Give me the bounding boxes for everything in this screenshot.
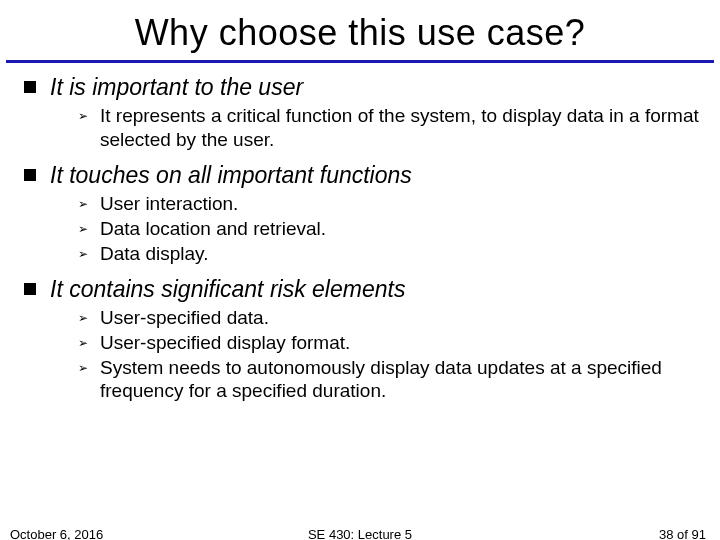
sub-item-text: It represents a critical function of the… — [100, 104, 700, 152]
bullet-section-3: It contains significant risk elements — [24, 275, 700, 304]
title-text: Why choose this use case? — [135, 12, 586, 53]
list-item: ➢ System needs to autonomously display d… — [78, 356, 700, 404]
list-item: ➢ User-specified display format. — [78, 331, 700, 355]
bullet-section-1: It is important to the user — [24, 73, 700, 102]
list-item: ➢ It represents a critical function of t… — [78, 104, 700, 152]
sub-item-text: User interaction. — [100, 192, 238, 216]
list-item: ➢ User interaction. — [78, 192, 700, 216]
sub-list-3: ➢ User-specified data. ➢ User-specified … — [78, 306, 700, 403]
sub-item-text: Data location and retrieval. — [100, 217, 326, 241]
sub-item-text: User-specified display format. — [100, 331, 350, 355]
list-item: ➢ User-specified data. — [78, 306, 700, 330]
square-bullet-icon — [24, 81, 36, 93]
slide-title: Why choose this use case? — [0, 12, 720, 54]
triangle-bullet-icon: ➢ — [78, 247, 88, 261]
sub-item-text: User-specified data. — [100, 306, 269, 330]
sub-list-2: ➢ User interaction. ➢ Data location and … — [78, 192, 700, 265]
slide: Why choose this use case? It is importan… — [0, 12, 720, 540]
title-rule — [6, 60, 714, 63]
triangle-bullet-icon: ➢ — [78, 311, 88, 325]
footer-page-number: 38 of 91 — [659, 527, 706, 540]
square-bullet-icon — [24, 169, 36, 181]
square-bullet-icon — [24, 283, 36, 295]
bullet-section-2: It touches on all important functions — [24, 161, 700, 190]
footer-center: SE 430: Lecture 5 — [0, 527, 720, 540]
sub-item-text: Data display. — [100, 242, 208, 266]
triangle-bullet-icon: ➢ — [78, 197, 88, 211]
section-heading: It is important to the user — [50, 73, 303, 102]
section-heading: It contains significant risk elements — [50, 275, 405, 304]
content-area: It is important to the user ➢ It represe… — [0, 73, 720, 403]
triangle-bullet-icon: ➢ — [78, 336, 88, 350]
triangle-bullet-icon: ➢ — [78, 361, 88, 375]
sub-list-1: ➢ It represents a critical function of t… — [78, 104, 700, 152]
sub-item-text: System needs to autonomously display dat… — [100, 356, 700, 404]
section-heading: It touches on all important functions — [50, 161, 412, 190]
list-item: ➢ Data display. — [78, 242, 700, 266]
triangle-bullet-icon: ➢ — [78, 109, 88, 123]
triangle-bullet-icon: ➢ — [78, 222, 88, 236]
list-item: ➢ Data location and retrieval. — [78, 217, 700, 241]
